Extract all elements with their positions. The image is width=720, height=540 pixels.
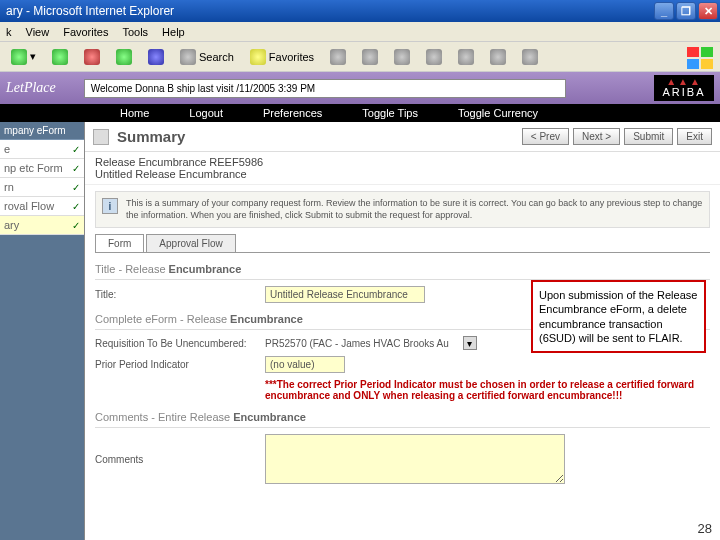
summary-icon (93, 129, 109, 145)
nav-bar: Home Logout Preferences Toggle Tips Togg… (0, 104, 720, 122)
comments-field: Comments (95, 434, 710, 484)
edit-icon (426, 49, 442, 65)
close-button[interactable]: ✕ (698, 2, 718, 20)
sidebar-item[interactable]: np etc Form✓ (0, 159, 84, 178)
app-logo: LetPlace (6, 80, 56, 96)
info-box: i This is a summary of your company requ… (95, 191, 710, 228)
prev-button[interactable]: < Prev (522, 128, 569, 145)
tab-form[interactable]: Form (95, 234, 144, 252)
check-icon: ✓ (72, 201, 80, 212)
minimize-button[interactable]: _ (654, 2, 674, 20)
field-label: Requisition To Be Unencumbered: (95, 338, 255, 349)
next-button[interactable]: Next > (573, 128, 620, 145)
section-header: Title - Release Encumbrance (95, 259, 710, 280)
nav-home[interactable]: Home (120, 107, 149, 119)
sidebar-item[interactable]: roval Flow✓ (0, 197, 84, 216)
star-icon (250, 49, 266, 65)
home-icon (148, 49, 164, 65)
comments-textarea[interactable] (265, 434, 565, 484)
title-input[interactable] (265, 286, 425, 303)
messenger-icon (522, 49, 538, 65)
stop-button[interactable] (79, 46, 105, 68)
stop-icon (84, 49, 100, 65)
check-icon: ✓ (72, 220, 80, 231)
sidebar-item-summary[interactable]: ary✓ (0, 216, 84, 235)
summary-header: Summary < Prev Next > Submit Exit (85, 122, 720, 152)
tab-approval-flow[interactable]: Approval Flow (146, 234, 235, 252)
section-header: Comments - Entire Release Encumbrance (95, 407, 710, 428)
field-label: Title: (95, 289, 255, 300)
print-button[interactable] (389, 46, 415, 68)
check-icon: ✓ (72, 182, 80, 193)
field-label: Prior Period Indicator (95, 359, 255, 370)
app-header: LetPlace Welcome Donna B ship last visit… (0, 72, 720, 104)
forward-icon (52, 49, 68, 65)
maximize-button[interactable]: ❐ (676, 2, 696, 20)
callout-box: Upon submission of the Release Encumbran… (531, 280, 706, 353)
window-title: ary - Microsoft Internet Explorer (2, 4, 174, 18)
menu-view[interactable]: View (26, 26, 50, 38)
edit-button[interactable] (421, 46, 447, 68)
menu-help[interactable]: Help (162, 26, 185, 38)
search-icon (180, 49, 196, 65)
nav-toggle-currency[interactable]: Toggle Currency (458, 107, 538, 119)
sidebar: mpany eForm e✓ np etc Form✓ rn✓ roval Fl… (0, 122, 85, 540)
favorites-button[interactable]: Favorites (245, 46, 319, 68)
ariba-logo: ▲▲▲ARIBA (654, 75, 714, 101)
print-icon (394, 49, 410, 65)
research-icon (490, 49, 506, 65)
nav-toggle-tips[interactable]: Toggle Tips (362, 107, 418, 119)
refresh-icon (116, 49, 132, 65)
field-value: PR52570 (FAC - James HVAC Brooks Au (265, 338, 449, 349)
research-button[interactable] (485, 46, 511, 68)
ie-toolbar: ▾ Search Favorites (0, 42, 720, 72)
back-button[interactable]: ▾ (6, 46, 41, 68)
welcome-text: Welcome Donna B ship last visit /11/2005… (84, 79, 566, 98)
info-text: This is a summary of your company reques… (126, 198, 703, 221)
prior-period-field: Prior Period Indicator (no value) (95, 356, 710, 373)
check-icon: ✓ (72, 163, 80, 174)
window-controls: _ ❐ ✕ (654, 2, 718, 20)
mail-icon (362, 49, 378, 65)
menu-back[interactable]: k (6, 26, 12, 38)
action-buttons: < Prev Next > Submit Exit (522, 128, 712, 145)
slide-number: 28 (698, 521, 712, 536)
discuss-icon (458, 49, 474, 65)
sidebar-item[interactable]: e✓ (0, 140, 84, 159)
menu-favorites[interactable]: Favorites (63, 26, 108, 38)
submit-button[interactable]: Submit (624, 128, 673, 145)
mail-button[interactable] (357, 46, 383, 68)
history-icon (330, 49, 346, 65)
back-icon (11, 49, 27, 65)
search-button[interactable]: Search (175, 46, 239, 68)
messenger-button[interactable] (517, 46, 543, 68)
sidebar-header: mpany eForm (0, 122, 84, 140)
menu-tools[interactable]: Tools (122, 26, 148, 38)
refresh-button[interactable] (111, 46, 137, 68)
warning-text: ***The correct Prior Period Indicator mu… (265, 379, 710, 401)
discuss-button[interactable] (453, 46, 479, 68)
sidebar-item[interactable]: rn✓ (0, 178, 84, 197)
info-icon: i (102, 198, 118, 214)
add-icon[interactable]: ▾ (463, 336, 477, 350)
page-title: Summary (117, 128, 185, 145)
windows-logo-icon (686, 46, 714, 68)
sub-header: Release Encumbrance REEF5986 Untitled Re… (85, 152, 720, 185)
tabs: Form Approval Flow (95, 234, 710, 253)
menu-bar: k View Favorites Tools Help (0, 22, 720, 42)
forward-button[interactable] (47, 46, 73, 68)
field-label: Comments (95, 454, 255, 465)
prior-period-select[interactable]: (no value) (265, 356, 345, 373)
window-titlebar: ary - Microsoft Internet Explorer _ ❐ ✕ (0, 0, 720, 22)
nav-logout[interactable]: Logout (189, 107, 223, 119)
check-icon: ✓ (72, 144, 80, 155)
nav-preferences[interactable]: Preferences (263, 107, 322, 119)
history-button[interactable] (325, 46, 351, 68)
section-comments: Comments - Entire Release Encumbrance Co… (95, 407, 710, 484)
home-button[interactable] (143, 46, 169, 68)
exit-button[interactable]: Exit (677, 128, 712, 145)
